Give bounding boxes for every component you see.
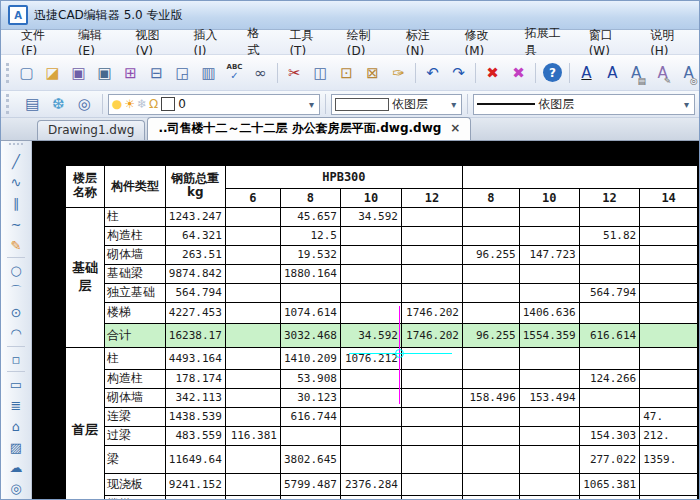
value-cell	[280, 283, 340, 302]
draw-tool-polyline-curve[interactable]: ∼	[3, 214, 29, 235]
paste-button[interactable]: ⊡	[334, 61, 359, 85]
linetype-select[interactable]: 依图层 ▾	[473, 94, 695, 115]
tab-drawing1[interactable]: Drawing1.dwg	[37, 120, 145, 140]
copy-button[interactable]: ◫	[308, 61, 333, 85]
draw-tool-ellipse[interactable]: ⊙	[3, 302, 29, 323]
chevron-down-icon[interactable]: ▾	[307, 99, 316, 110]
toolbar-separator	[535, 63, 536, 83]
layer-unlock-icon[interactable]: Ω	[149, 98, 158, 110]
layer-select[interactable]: ●☀❄Ω 0 ▾	[108, 94, 320, 115]
layer-vp-freeze-icon[interactable]: ❄	[137, 98, 147, 110]
new-file-button[interactable]: ▢	[14, 61, 39, 85]
undo-button[interactable]: ↶	[420, 61, 445, 85]
value-cell	[401, 245, 462, 264]
value-cell	[225, 407, 280, 426]
color-select[interactable]: 依图层 ▾	[331, 94, 462, 115]
draw-tool-sketch[interactable]: ✎	[3, 235, 29, 256]
value-cell	[463, 207, 520, 226]
print-preview-button[interactable]: ◲	[170, 61, 195, 85]
value-cell	[640, 347, 698, 369]
value-cell	[519, 207, 579, 226]
layer-thaw-sun-icon[interactable]: ☀	[124, 98, 135, 110]
save-as-acis-button[interactable]: ▣	[92, 61, 117, 85]
value-cell	[463, 495, 520, 499]
value-cell: 154.303	[579, 426, 640, 445]
layer-walk-button[interactable]: ◎	[72, 92, 97, 116]
value-cell	[401, 283, 462, 302]
draw-tool-double-line[interactable]: ∥	[3, 193, 29, 214]
header-diameter-10: 10	[340, 188, 401, 207]
layer-freeze-button[interactable]: ❆	[46, 92, 71, 116]
open-file-button[interactable]: ◪	[40, 61, 65, 85]
draw-tool-circle[interactable]: ○	[3, 260, 29, 281]
erase-special-button[interactable]: ✖	[506, 61, 531, 85]
current-linetype-label: 依图层	[538, 96, 574, 113]
value-cell	[340, 369, 401, 388]
value-cell	[401, 207, 462, 226]
main-toolbar: ▢◪▣▣⊞⊟◲▥ABC✓∞✂◫⊡⊠✑↶↷✖✖?AAA▤A✎A◎	[1, 55, 699, 91]
tab-close-icon[interactable]: ×	[450, 121, 460, 135]
draw-tool-rectangle[interactable]: ▭	[3, 374, 29, 395]
save-button[interactable]: ▣	[66, 61, 91, 85]
value-cell	[340, 426, 401, 445]
toolbar-separator	[415, 63, 416, 83]
format-painter-button[interactable]: ✑	[386, 61, 411, 85]
spell-check-icon: ✓	[230, 71, 238, 81]
text-edit-button[interactable]: A✎	[652, 61, 677, 85]
value-cell	[401, 226, 462, 245]
redo-button[interactable]: ↷	[446, 61, 471, 85]
print-button[interactable]: ⊟	[144, 61, 169, 85]
text-style-button[interactable]: A▤	[626, 61, 651, 85]
app-logo-icon: A	[8, 5, 28, 25]
floor-cell: 首层	[65, 347, 105, 499]
spell-check-button[interactable]: ABC✓	[222, 61, 247, 85]
text-multi-line-button[interactable]: A	[600, 61, 625, 85]
layer-on-bulb-icon[interactable]: ●	[112, 98, 122, 110]
draw-tool-hatch[interactable]: ▨	[3, 437, 29, 458]
draw-tool-arc-3point[interactable]: ◠	[3, 323, 29, 344]
value-cell: 616.744	[280, 407, 340, 426]
component-type-cell: 柱	[105, 347, 166, 369]
tab-label: ..司售楼十二～二十二层 办公套房层平面.dwg.dwg	[158, 121, 441, 135]
value-cell	[640, 207, 698, 226]
floor-cell: 基础层	[65, 207, 105, 347]
text-find-button[interactable]: A◎	[678, 61, 700, 85]
value-cell	[401, 264, 462, 283]
erase-icon: ✖	[486, 64, 499, 82]
drawing-canvas[interactable]: 楼层名称构件类型钢筋总重kgHPB3006810128101214基础层柱124…	[32, 141, 699, 499]
text-single-line-button[interactable]: A	[574, 61, 599, 85]
crosshair-grip-icon	[395, 349, 404, 358]
value-cell	[519, 264, 579, 283]
cut-button[interactable]: ✂	[282, 61, 307, 85]
header-component-type: 构件类型	[105, 165, 166, 207]
value-cell	[640, 495, 698, 499]
draw-tool-spline[interactable]: ∿	[3, 172, 29, 193]
chevron-down-icon[interactable]: ▾	[682, 99, 691, 110]
draw-tool-line[interactable]: ╱	[3, 152, 29, 173]
table-row: 梁11649.643802.645277.0221359.	[65, 445, 698, 473]
chevron-down-icon[interactable]: ▾	[449, 99, 458, 110]
value-cell: 1359.	[640, 445, 698, 473]
draw-tool-polygon[interactable]: ⌂	[3, 416, 29, 437]
draw-tool-arc[interactable]: ⌒	[3, 281, 29, 302]
copy-icon: ◫	[313, 64, 327, 82]
find-button[interactable]: ∞	[248, 61, 273, 85]
print-setup-button[interactable]: ▥	[196, 61, 221, 85]
value-cell: 501.645	[401, 495, 462, 499]
tab-floorplan[interactable]: ..司售楼十二～二十二层 办公套房层平面.dwg.dwg×	[147, 117, 471, 140]
plot-button[interactable]: ⊞	[118, 61, 143, 85]
component-type-cell: 独立基础	[105, 283, 166, 302]
value-cell	[340, 264, 401, 283]
draw-tool-revision-cloud[interactable]: ☁	[3, 458, 29, 479]
layer-properties-button[interactable]: ▤	[20, 92, 45, 116]
erase-button[interactable]: ✖	[480, 61, 505, 85]
help-button[interactable]: ?	[543, 63, 562, 82]
draw-tool-multiline[interactable]: ≣	[3, 395, 29, 416]
header-diameter-8: 8	[280, 188, 340, 207]
draw-tool-donut[interactable]: ◎	[3, 478, 29, 499]
table-row: 基础层柱1243.24745.65734.592	[65, 207, 698, 226]
value-cell	[225, 445, 280, 473]
paste-special-button[interactable]: ⊠	[360, 61, 385, 85]
draw-tool-point[interactable]: ▫	[3, 349, 29, 370]
toolbar-grip	[9, 143, 23, 149]
